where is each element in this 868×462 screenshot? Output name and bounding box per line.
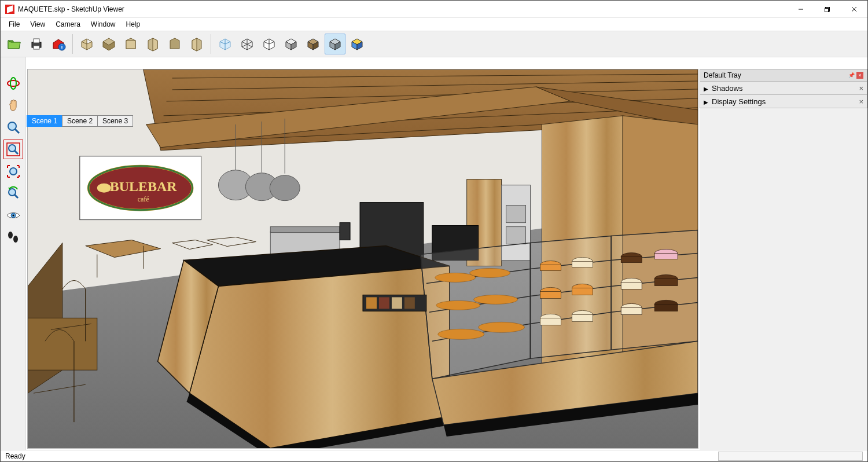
svg-rect-11 xyxy=(126,41,135,49)
svg-point-77 xyxy=(479,322,525,332)
window-title: MAQUETE.skp - SketchUp Viewer xyxy=(18,5,124,13)
svg-rect-101 xyxy=(654,254,678,259)
menu-window[interactable]: Window xyxy=(86,19,120,30)
caret-right-icon: ▶ xyxy=(704,86,708,92)
panel-close-icon[interactable]: × xyxy=(859,84,863,93)
svg-rect-62 xyxy=(340,223,350,240)
svg-rect-87 xyxy=(540,291,561,298)
status-text: Ready xyxy=(5,452,25,460)
model-info-button[interactable]: i xyxy=(48,34,69,54)
svg-rect-58 xyxy=(506,227,526,244)
menu-help[interactable]: Help xyxy=(122,19,145,30)
view-right-button[interactable] xyxy=(142,34,163,54)
svg-point-23 xyxy=(8,232,13,239)
app-icon xyxy=(5,5,14,14)
svg-point-73 xyxy=(470,268,510,277)
print-button[interactable] xyxy=(26,34,47,54)
scene-tab-3[interactable]: Scene 3 xyxy=(97,115,133,127)
view-front-button[interactable] xyxy=(120,34,141,54)
caret-right-icon: ▶ xyxy=(704,99,708,105)
style-xray-button[interactable] xyxy=(215,34,236,54)
svg-rect-103 xyxy=(621,282,642,289)
maximize-button[interactable] xyxy=(814,1,841,18)
tray-panel-display[interactable]: ▶Display Settings × xyxy=(700,95,867,108)
svg-rect-116 xyxy=(366,297,377,309)
tray-body xyxy=(700,108,867,450)
scene-tabs: Scene 1 Scene 2 Scene 3 xyxy=(27,115,133,127)
pin-icon[interactable]: 📌 xyxy=(848,72,854,78)
main-area: Scene 1 Scene 2 Scene 3 xyxy=(1,57,867,450)
svg-marker-94 xyxy=(611,230,698,350)
walk-tool[interactable] xyxy=(3,228,23,247)
view-iso-button[interactable] xyxy=(76,34,97,54)
style-shaded-button[interactable] xyxy=(281,34,301,54)
look-around-tool[interactable] xyxy=(3,206,23,225)
svg-rect-107 xyxy=(621,307,642,314)
svg-rect-57 xyxy=(506,206,526,223)
minimize-button[interactable] xyxy=(788,1,814,18)
svg-point-72 xyxy=(435,273,476,282)
style-hiddenline-button[interactable] xyxy=(259,34,279,54)
scene-tab-2[interactable]: Scene 2 xyxy=(62,115,98,127)
svg-rect-109 xyxy=(654,304,678,311)
svg-point-12 xyxy=(8,80,19,86)
svg-rect-61 xyxy=(270,227,340,233)
svg-line-15 xyxy=(15,129,19,133)
close-button[interactable] xyxy=(841,1,867,18)
svg-line-18 xyxy=(14,151,18,154)
style-shadedtex-button[interactable] xyxy=(303,34,323,54)
pan-tool[interactable] xyxy=(3,96,23,115)
svg-rect-118 xyxy=(392,297,402,309)
panel-close-icon[interactable]: × xyxy=(859,97,863,106)
style-colored-button[interactable] xyxy=(347,34,367,54)
svg-rect-85 xyxy=(572,261,593,267)
svg-rect-119 xyxy=(404,297,415,309)
statusbar: Ready xyxy=(1,450,867,461)
svg-rect-7 xyxy=(34,39,39,43)
svg-point-75 xyxy=(474,295,518,304)
view-left-button[interactable] xyxy=(186,34,207,54)
tray-panel-shadows[interactable]: ▶Shadows × xyxy=(700,82,867,95)
previous-view-tool[interactable] xyxy=(3,184,23,203)
menu-view[interactable]: View xyxy=(25,19,50,30)
open-file-button[interactable] xyxy=(4,34,25,54)
svg-text:café: café xyxy=(138,195,149,203)
svg-point-14 xyxy=(8,122,16,130)
scene-tab-1[interactable]: Scene 1 xyxy=(27,115,62,127)
svg-text:i: i xyxy=(61,44,63,50)
svg-rect-91 xyxy=(540,318,561,325)
svg-rect-99 xyxy=(621,257,642,263)
svg-point-76 xyxy=(438,329,484,339)
default-tray: Default Tray 📌 × ▶Shadows × ▶Display Set… xyxy=(700,69,867,450)
tray-title-label: Default Tray xyxy=(704,71,741,79)
view-back-button[interactable] xyxy=(164,34,185,54)
svg-point-46 xyxy=(270,175,300,201)
zoom-tool[interactable] xyxy=(3,118,23,137)
menu-file[interactable]: File xyxy=(4,19,24,30)
toolbar: i xyxy=(1,31,867,57)
svg-rect-105 xyxy=(654,278,678,285)
measurement-box[interactable] xyxy=(718,452,863,461)
style-wireframe-button[interactable] xyxy=(237,34,258,54)
menubar: File View Camera Window Help xyxy=(1,18,867,31)
orbit-tool[interactable] xyxy=(3,74,23,93)
titlebar: MAQUETE.skp - SketchUp Viewer xyxy=(1,1,867,18)
left-toolbar xyxy=(1,57,26,450)
svg-point-24 xyxy=(13,236,18,243)
tray-close-icon[interactable]: × xyxy=(856,72,863,79)
svg-rect-93 xyxy=(572,314,593,321)
tray-title[interactable]: Default Tray 📌 × xyxy=(700,69,867,82)
zoom-window-tool[interactable] xyxy=(3,140,23,159)
svg-rect-117 xyxy=(379,297,389,309)
zoom-extents-tool[interactable] xyxy=(3,162,23,181)
svg-rect-89 xyxy=(572,288,593,295)
svg-rect-8 xyxy=(34,46,39,49)
view-top-button[interactable] xyxy=(98,34,119,54)
style-monochrome-button[interactable] xyxy=(325,34,345,54)
svg-text:BULEBAR: BULEBAR xyxy=(110,179,177,194)
svg-point-19 xyxy=(10,168,17,175)
svg-rect-83 xyxy=(540,265,561,270)
svg-point-74 xyxy=(436,300,480,310)
menu-camera[interactable]: Camera xyxy=(51,19,85,30)
svg-rect-48 xyxy=(28,318,97,370)
